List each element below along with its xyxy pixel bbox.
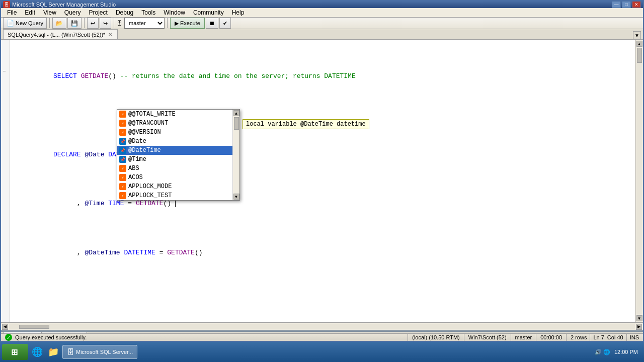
ac-scroll-up[interactable]: ▲ [233,110,239,116]
query-tab[interactable]: SQLQuery4.sql - (L... (Win7\Scott (52))*… [3,29,118,39]
database-label: 🗄 [117,20,122,26]
taskbar-folder-icon[interactable]: 📁 [46,345,60,359]
system-tray: 🔊 🌐 12:00 PM [595,349,642,355]
ac-text-6: ABS [128,165,139,172]
maximize-button[interactable]: □ [622,1,631,8]
ac-scrollbar[interactable]: ▲ ▼ [232,110,239,200]
new-query-icon: 📄 [7,20,14,27]
ac-icon-4: 📌 [119,147,126,154]
menu-help[interactable]: Help [228,8,249,17]
new-query-label: New Query [16,20,43,26]
taskbar-ie-icon[interactable]: 🌐 [30,345,44,359]
menu-window[interactable]: Window [159,8,189,17]
tray-icons: 🔊 🌐 [595,349,610,355]
ac-text-2: @@VERSION [128,129,161,136]
kw-datetime-type: DATETIME [124,249,155,256]
var-date: @Date [85,151,108,158]
menu-edit[interactable]: Edit [21,8,39,17]
ac-item-total-write[interactable]: ⚡ @@TOTAL_WRITE [117,110,239,119]
ac-icon-2: ⚡ [119,129,126,136]
menu-project[interactable]: Project [85,8,112,17]
scroll-track [636,48,642,314]
kw-select-1: SELECT [53,72,81,80]
ac-item-abs[interactable]: ⚡ ABS [117,164,239,173]
toolbar: 📄 New Query 📂 💾 ↩ ↪ 🗄 master ▶ Execute ⏹… [1,18,643,29]
scroll-up-btn[interactable]: ▲ [636,41,642,47]
code-line-5: , @DateTime DATETIME = GETDATE() [14,238,631,267]
scroll-down-btn[interactable]: ▼ [636,315,642,321]
minimize-button[interactable]: — [612,1,621,8]
ac-icon-1: ⚡ [119,120,126,127]
new-query-button[interactable]: 📄 New Query [3,18,47,29]
ac-item-trancount[interactable]: ⚡ @@TRANCOUNT [117,119,239,128]
kw-time-type: TIME [108,200,124,207]
collapse-btn-2[interactable]: − [3,68,6,74]
ac-scroll-thumb[interactable] [234,117,239,130]
fn-getdate-1: GETDATE [81,72,109,80]
ac-text-3: @Date [128,138,146,145]
status-sep-4 [536,334,536,341]
menu-community[interactable]: Community [189,8,228,17]
ac-item-applock-test[interactable]: ⚡ APPLOCK_TEST [117,191,239,200]
autocomplete-tooltip: local variable @DateTime datetime [243,119,369,129]
toolbar-sep-4 [167,18,168,28]
ac-item-version[interactable]: ⚡ @@VERSION [117,128,239,137]
ac-item-acos[interactable]: ⚡ ACOS [117,173,239,182]
query-tab-bar: SQLQuery4.sql - (L... (Win7\Scott (52))*… [1,29,643,40]
scroll-thumb[interactable] [637,48,642,63]
collapse-btn-1[interactable]: − [3,42,6,48]
status-success-icon: ✓ [5,334,12,341]
ac-icon-7: ⚡ [119,174,126,181]
save-button[interactable]: 💾 [67,18,82,29]
h-scroll-thumb[interactable] [19,325,49,329]
menu-file[interactable]: File [3,8,21,17]
menu-view[interactable]: View [39,8,60,17]
ac-item-time[interactable]: 📌 @Time [117,155,239,164]
tab-nav-button[interactable]: ▼ [633,31,641,39]
title-bar: 🗄 Microsoft SQL Server Management Studio… [1,1,643,8]
undo-button[interactable]: ↩ [87,18,99,29]
taskbar-time: 12:00 PM [614,349,638,355]
ac-icon-9: ⚡ [119,192,126,199]
status-server: (local) (10.50 RTM) [412,334,460,340]
fn-getdate-4: GETDATE [167,249,195,256]
start-button[interactable]: ⊞ [2,344,28,360]
database-selector[interactable]: master [124,18,165,29]
taskbar-ssms-button[interactable]: 🗄 Microsoft SQL Server... [62,345,137,359]
parse-button[interactable]: ✔ [219,18,231,29]
editor-area: − − SELECT GETDATE() -- returns the date… [1,40,643,330]
code-line-7: SELECT @Date, @Time, @DateTime [14,316,631,322]
redo-button[interactable]: ↪ [100,18,111,29]
execute-button[interactable]: ▶ Execute [170,18,205,29]
menu-debug[interactable]: Debug [112,8,137,17]
execute-icon: ▶ [175,20,179,27]
status-sep-2 [464,334,464,341]
ac-text-8: APPLOCK_MODE [128,183,172,190]
scroll-right-btn-h[interactable]: ▶ [636,324,642,330]
scroll-left-btn[interactable]: ◀ [2,324,8,330]
menu-query[interactable]: Query [60,8,85,17]
code-editor[interactable]: SELECT GETDATE() -- returns the date and… [10,40,635,322]
ac-icon-5: 📌 [119,156,126,163]
fn-getdate-3: GETDATE [136,200,164,207]
ac-item-date[interactable]: 📌 @Date [117,137,239,146]
editor-scrollbar[interactable]: ▲ ▼ [635,40,643,322]
horizontal-scrollbar[interactable]: ◀ ▶ [1,322,643,330]
ac-item-applock-mode[interactable]: ⚡ APPLOCK_MODE [117,182,239,191]
code-line-1: SELECT GETDATE() -- returns the date and… [14,61,631,91]
close-button[interactable]: ✕ [632,1,641,8]
app-icon: 🗄 [3,1,10,8]
open-button[interactable]: 📂 [52,18,66,29]
ssms-taskbar-label: Microsoft SQL Server... [76,349,133,355]
menu-tools[interactable]: Tools [137,8,159,17]
h-scroll-track [9,324,635,329]
autocomplete-dropdown[interactable]: ⚡ @@TOTAL_WRITE ⚡ @@TRANCOUNT ⚡ @@VERSIO… [117,109,240,201]
ac-scroll-down[interactable]: ▼ [233,194,239,200]
start-icon: ⊞ [11,347,18,357]
ac-icon-3: 📌 [119,138,126,145]
stop-button[interactable]: ⏹ [206,18,218,29]
query-tab-close[interactable]: ✕ [108,32,112,37]
toolbar-sep-1 [49,18,50,28]
ac-icon-8: ⚡ [119,183,126,190]
ac-item-datetime[interactable]: 📌 @DateTime [117,146,239,155]
